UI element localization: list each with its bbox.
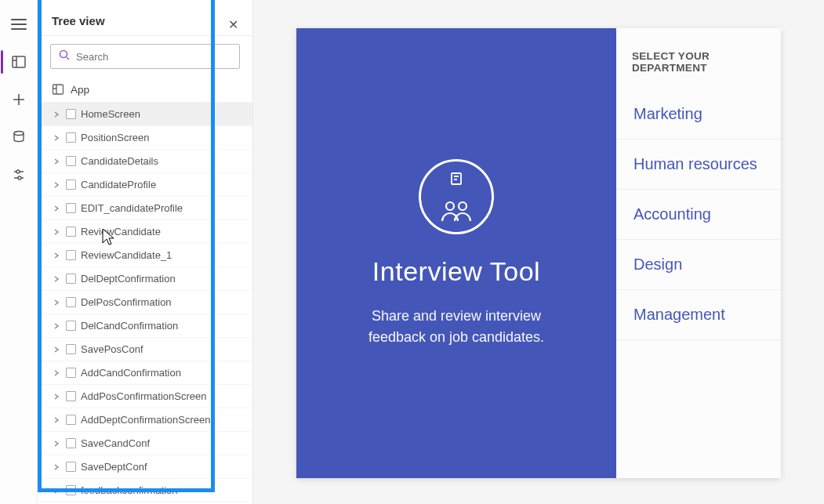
chevron-right-icon[interactable] — [52, 462, 61, 472]
chevron-right-icon[interactable] — [52, 157, 61, 166]
search-icon — [59, 49, 70, 63]
chevron-right-icon[interactable] — [52, 415, 61, 425]
preview-title: Interview Tool — [372, 256, 540, 287]
tree-item-label: SaveDeptConf — [81, 461, 243, 473]
chevron-right-icon[interactable] — [52, 274, 61, 284]
tree-item[interactable]: DelDeptConfirmation — [38, 267, 252, 291]
menu-icon[interactable] — [10, 16, 27, 33]
screen-icon — [66, 274, 76, 284]
tree-view-icon[interactable] — [10, 53, 27, 71]
insert-icon[interactable] — [10, 91, 27, 108]
screen-icon — [66, 462, 76, 472]
tree-item-label: SavePosConf — [81, 343, 243, 355]
tree-item-label: ReviewCandidate_1 — [81, 249, 243, 261]
data-icon[interactable] — [10, 129, 27, 146]
tree-item-label: AddPosConfirmationScreen — [81, 390, 243, 402]
svg-point-1 — [14, 132, 24, 136]
svg-point-4 — [60, 51, 67, 58]
tree-item[interactable]: ReviewCandidate··· — [38, 220, 252, 244]
chevron-right-icon[interactable] — [52, 110, 61, 119]
chevron-right-icon[interactable] — [52, 368, 61, 378]
svg-point-8 — [459, 202, 466, 210]
department-item[interactable]: Management — [616, 290, 781, 340]
app-preview: Interview Tool Share and review intervie… — [296, 28, 781, 478]
tree-item[interactable]: HomeScreen··· — [38, 103, 252, 126]
close-panel-button[interactable]: ✕ — [225, 14, 241, 35]
department-list: SELECT YOUR DEPARTMENT MarketingHuman re… — [616, 28, 781, 478]
screen-icon — [66, 179, 76, 190]
svg-rect-5 — [53, 85, 64, 94]
settings-icon[interactable] — [10, 166, 27, 183]
chevron-right-icon[interactable] — [52, 345, 61, 354]
tree-item[interactable]: feedbackconfirmation — [38, 479, 252, 502]
tree-item-label: ReviewCandidate — [81, 226, 243, 237]
tree-item[interactable]: AddCandConfirmation — [38, 361, 252, 385]
screen-icon — [66, 203, 76, 213]
left-rail — [0, 0, 38, 504]
tree-item[interactable]: AddDeptConfirmationScreen — [38, 408, 252, 432]
chevron-right-icon[interactable] — [52, 251, 61, 260]
chevron-right-icon[interactable] — [52, 298, 61, 307]
chevron-right-icon[interactable] — [52, 392, 61, 401]
tree-item[interactable]: CandidateDetails — [38, 150, 252, 173]
app-icon — [52, 83, 64, 96]
chevron-right-icon[interactable] — [52, 180, 61, 190]
tree-item[interactable]: SaveDeptConf — [38, 455, 252, 479]
tree-item-label: CandidateProfile — [81, 179, 243, 190]
department-item[interactable]: Marketing — [616, 89, 781, 140]
app-logo-icon — [419, 159, 494, 234]
chevron-right-icon[interactable] — [52, 321, 61, 331]
tree-item-label: HomeScreen — [81, 108, 243, 120]
chevron-right-icon[interactable] — [52, 227, 61, 237]
screen-icon — [66, 109, 76, 119]
tree-item[interactable]: CandidateProfile — [38, 173, 252, 197]
chevron-right-icon[interactable] — [52, 486, 61, 495]
chevron-right-icon[interactable] — [52, 204, 61, 213]
tree-item-label: CandidateDetails — [81, 155, 243, 167]
svg-rect-0 — [13, 56, 25, 67]
screen-icon — [66, 485, 76, 495]
screen-icon — [66, 156, 76, 166]
svg-rect-6 — [452, 173, 461, 184]
splash-panel: Interview Tool Share and review intervie… — [296, 28, 616, 478]
screen-icon — [66, 227, 76, 237]
app-root-item[interactable]: App — [38, 77, 252, 103]
chevron-right-icon[interactable] — [52, 133, 61, 143]
preview-subtitle: Share and review interview feedback on j… — [347, 306, 566, 346]
canvas: Interview Tool Share and review intervie… — [253, 0, 824, 504]
tree-panel: ✕ Tree view App HomeScreen···PositionScr… — [38, 0, 253, 504]
tree-item-label: PositionScreen — [81, 132, 243, 143]
search-input-wrap[interactable] — [50, 44, 240, 69]
screen-icon — [66, 344, 76, 354]
app-root-label: App — [71, 84, 89, 96]
tree-item-label: AddCandConfirmation — [81, 367, 243, 379]
department-item[interactable]: Human resources — [616, 140, 781, 190]
tree-item-label: EDIT_candidateProfile — [81, 202, 243, 214]
tree-item[interactable]: EDIT_candidateProfile — [38, 197, 252, 220]
tree-item[interactable]: SaveCandConf — [38, 432, 252, 455]
svg-point-2 — [16, 170, 20, 173]
tree-item[interactable]: DelPosConfirmation — [38, 291, 252, 314]
tree-item[interactable]: PositionScreen — [38, 126, 252, 150]
screen-icon — [66, 368, 76, 378]
search-input[interactable] — [76, 51, 231, 63]
tree-item-label: AddDeptConfirmationScreen — [81, 414, 243, 426]
department-item[interactable]: Design — [616, 240, 781, 290]
svg-point-3 — [18, 176, 21, 179]
tree-item[interactable]: SavePosConf — [38, 338, 252, 361]
tree-item-label: DelDeptConfirmation — [81, 273, 243, 285]
tree-item[interactable]: AddPosConfirmationScreen — [38, 385, 252, 408]
chevron-right-icon[interactable] — [52, 439, 61, 448]
screen-icon — [66, 438, 76, 448]
tree-item-label: SaveCandConf — [81, 437, 243, 449]
screen-icon — [66, 321, 76, 331]
screen-icon — [66, 391, 76, 401]
department-header: SELECT YOUR DEPARTMENT — [616, 28, 781, 89]
department-item[interactable]: Accounting — [616, 190, 781, 240]
tree-item[interactable]: DelCandConfirmation — [38, 314, 252, 338]
panel-title: Tree view — [52, 14, 105, 27]
svg-point-7 — [446, 202, 454, 210]
tree-item[interactable]: ReviewCandidate_1 — [38, 244, 252, 267]
tree-item-label: DelCandConfirmation — [81, 320, 243, 332]
tree-item-label: feedbackconfirmation — [81, 484, 243, 496]
